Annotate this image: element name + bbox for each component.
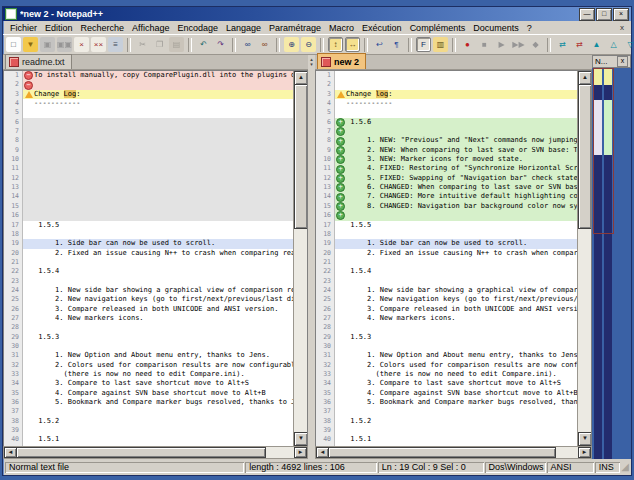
tab-readme-txt[interactable]: readme.txt (5, 54, 72, 69)
line-body[interactable] (23, 202, 293, 211)
scroll-right-icon[interactable]: ► (294, 447, 307, 458)
editor-line[interactable]: 39 (4, 426, 293, 435)
line-body[interactable]: 4. New markers icons. (23, 314, 293, 323)
editor-line[interactable]: 31 1. New Option and About menu entry, t… (316, 351, 577, 360)
line-body[interactable]: 3. Compare released in both UNICODE and … (335, 305, 577, 314)
close-button[interactable]: × (613, 8, 629, 21)
line-body[interactable] (23, 277, 293, 286)
editor-line[interactable]: 10 (4, 155, 293, 164)
line-body[interactable]: + 1.5.6 (335, 118, 577, 127)
editor-line[interactable]: 34 3. Compare to last save shortcut move… (316, 379, 577, 388)
menu-item-langage[interactable]: Langage (222, 23, 265, 33)
line-body[interactable]: 1.5.3 (335, 333, 577, 342)
line-body[interactable]: −To install manually, copy ComparePlugin… (23, 71, 293, 80)
line-body[interactable] (23, 136, 293, 145)
editor-line[interactable]: 36 5. Bookmark and Compare marker bugs r… (316, 398, 577, 407)
editor-line[interactable]: 35 4. Compare against SVN base shortcut … (4, 389, 293, 398)
line-body[interactable] (23, 230, 293, 239)
compare-icon[interactable]: ⇄ (555, 37, 570, 52)
line-body[interactable]: + (335, 127, 577, 136)
line-body[interactable]: 2. Fixed an issue causing N++ to crash w… (23, 249, 293, 258)
editor-line[interactable]: 19 1. Side bar can now be used to scroll… (316, 239, 577, 248)
print-icon[interactable]: ≡ (108, 37, 123, 52)
line-body[interactable] (335, 323, 577, 332)
nav-panel-close-icon[interactable]: x (617, 56, 628, 67)
menu-item-recherche[interactable]: Recherche (77, 23, 129, 33)
line-body[interactable]: (there is now no need to edit Compare.in… (23, 370, 293, 379)
line-body[interactable]: ----------- (335, 99, 577, 108)
line-body[interactable]: 2. New navigation keys (go to first/next… (23, 295, 293, 304)
editor-line[interactable]: 25 2. New navigation keys (go to first/n… (4, 295, 293, 304)
editor-line[interactable]: 20 2. Fixed an issue causing N++ to cras… (316, 249, 577, 258)
line-body[interactable]: + 3. NEW: Marker icons for moved state. (335, 155, 577, 164)
editor-line[interactable]: 6 (4, 118, 293, 127)
editor-line[interactable]: 12+ 5. FIXED: Swapping of "Navigation ba… (316, 174, 577, 183)
editor-line[interactable]: 33 (there is now no need to edit Compare… (4, 370, 293, 379)
find-icon[interactable]: ∞ (240, 37, 255, 52)
scroll-right-icon[interactable]: ► (578, 447, 591, 458)
title-bar[interactable]: *new 2 - Notepad++ — □ × (3, 7, 631, 21)
editor-line[interactable]: 29 1.5.3 (4, 333, 293, 342)
line-body[interactable]: + 8. CHANGED: Navigation bar background … (335, 202, 577, 211)
editor-line[interactable]: 9 (4, 146, 293, 155)
line-body[interactable]: 5. Bookmark and Compare marker bugs reso… (335, 398, 577, 407)
line-body[interactable]: 1. Side bar can now be used to scroll. (23, 239, 293, 248)
editor-line[interactable]: 37 (4, 407, 293, 416)
line-body[interactable]: 1. New Option and About menu entry, than… (335, 351, 577, 360)
line-body[interactable]: 1. Side bar can now be used to scroll. (335, 239, 577, 248)
clear-compare-icon[interactable]: ⇄ (572, 37, 587, 52)
line-body[interactable] (335, 108, 577, 117)
editor-line[interactable]: 14+ 7. CHANGED: More intuitive default h… (316, 192, 577, 201)
line-body[interactable]: + 7. CHANGED: More intuitive default hig… (335, 192, 577, 201)
editor-line[interactable]: 30 (4, 342, 293, 351)
user-define-language-icon[interactable]: F (416, 37, 431, 52)
editor-line[interactable]: 15+ 8. CHANGED: Navigation bar backgroun… (316, 202, 577, 211)
line-body[interactable]: 1.5.2 (335, 417, 577, 426)
editor-line[interactable]: 30 (316, 342, 577, 351)
menu-item-paramtrage[interactable]: Paramétrage (265, 23, 325, 33)
editor-line[interactable]: 27 4. New markers icons. (316, 314, 577, 323)
new-file-icon[interactable]: □ (6, 37, 21, 52)
editor-line[interactable]: 20 2. Fixed an issue causing N++ to cras… (4, 249, 293, 258)
left-horizontal-scrollbar[interactable]: ◄ ► (3, 446, 308, 459)
editor-line[interactable]: 17 1.5.5 (316, 221, 577, 230)
editor-line[interactable]: 7+ (316, 127, 577, 136)
prev-diff-icon[interactable]: △ (606, 37, 621, 52)
editor-line[interactable]: 29 1.5.3 (316, 333, 577, 342)
editor-line[interactable]: 8+ 1. NEW: "Previous" and "Next" command… (316, 136, 577, 145)
editor-line[interactable]: 28 (4, 323, 293, 332)
line-body[interactable] (23, 146, 293, 155)
zoom-in-icon[interactable]: ⊕ (284, 37, 299, 52)
nav-column-right[interactable] (604, 69, 612, 459)
editor-line[interactable]: 10+ 3. NEW: Marker icons for moved state… (316, 155, 577, 164)
minimize-button[interactable]: — (579, 8, 595, 21)
editor-line[interactable]: 40 1.5.1 (4, 435, 293, 444)
editor-line[interactable]: 38 1.5.2 (4, 417, 293, 426)
editor-line[interactable]: 4----------- (4, 99, 293, 108)
open-file-icon[interactable]: ▼ (23, 37, 38, 52)
line-body[interactable]: 1.5.4 (23, 267, 293, 276)
show-all-chars-icon[interactable]: ¶ (389, 37, 404, 52)
right-vscroll-thumb[interactable] (578, 84, 592, 229)
line-body[interactable]: − (23, 80, 293, 89)
line-body[interactable] (23, 407, 293, 416)
editor-line[interactable]: 3Change log: (316, 90, 577, 99)
editor-line[interactable]: 24 1. New side bar showing a graphical v… (316, 286, 577, 295)
line-body[interactable] (23, 211, 293, 220)
right-vertical-scrollbar[interactable]: ▲ ▼ (577, 71, 591, 446)
doc-map-icon[interactable]: ▥ (433, 37, 448, 52)
undo-icon[interactable]: ↶ (196, 37, 211, 52)
line-body[interactable]: 1. New side bar showing a graphical view… (23, 286, 293, 295)
editor-line[interactable]: 16 (4, 211, 293, 220)
line-body[interactable]: 1.5.4 (335, 267, 577, 276)
right-hscroll-thumb[interactable] (328, 447, 556, 458)
menu-item-edition[interactable]: Edition (41, 23, 77, 33)
line-body[interactable]: 5. Bookmark and Compare marker bugs reso… (23, 398, 293, 407)
scroll-down-icon[interactable]: ▼ (294, 432, 308, 446)
editor-line[interactable]: 31 1. New Option and About menu entry, t… (4, 351, 293, 360)
line-body[interactable]: + 5. FIXED: Swapping of "Navigation bar"… (335, 174, 577, 183)
line-body[interactable]: 1.5.3 (23, 333, 293, 342)
line-body[interactable] (335, 230, 577, 239)
tab-scroll-arrows[interactable]: ▴▾ (308, 57, 315, 67)
left-hscroll-thumb[interactable] (16, 447, 266, 458)
